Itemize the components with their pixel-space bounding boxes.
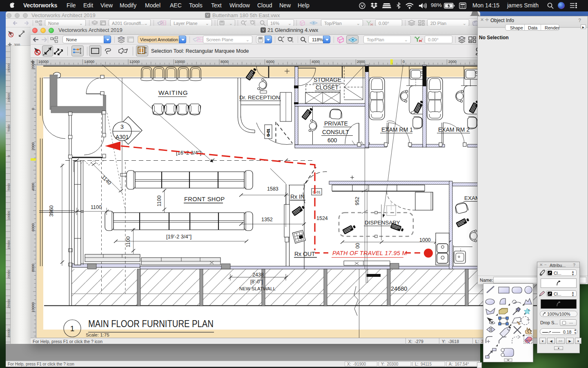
svg-text:12000: 12000: [129, 60, 140, 64]
svg-text:Rx IN: Rx IN: [290, 193, 305, 200]
svg-text:G-01: G-01: [266, 129, 270, 137]
svg-text:10000: 10000: [175, 60, 185, 64]
svg-text:1583: 1583: [267, 186, 278, 192]
svg-text:Rx OUT: Rx OUT: [294, 251, 315, 257]
svg-text:2000: 2000: [31, 142, 35, 150]
svg-text:Scale: 1:75: Scale: 1:75: [86, 332, 109, 337]
svg-text:600: 600: [327, 137, 337, 144]
svg-text:3960: 3960: [49, 205, 54, 217]
svg-text:0: 0: [31, 108, 35, 110]
svg-text:x: x: [422, 38, 423, 40]
svg-text:2438: 2438: [252, 272, 264, 278]
svg-text:4000: 4000: [31, 183, 35, 191]
svg-text:CONSULT: CONSULT: [322, 129, 349, 135]
svg-text:WAITING: WAITING: [158, 89, 188, 96]
svg-text:NEW SLATWALL: NEW SLATWALL: [239, 286, 276, 291]
svg-text:6000: 6000: [266, 60, 274, 64]
svg-text:CLOSET: CLOSET: [316, 84, 339, 91]
svg-text:952: 952: [354, 197, 360, 205]
svg-text:4': 4': [250, 75, 254, 80]
svg-text:1100: 1100: [91, 204, 102, 210]
svg-text:4000: 4000: [312, 60, 320, 64]
svg-text:1100: 1100: [125, 236, 131, 247]
svg-text:STORAGE: STORAGE: [314, 76, 341, 83]
svg-text:16000: 16000: [38, 60, 49, 64]
svg-text:[19'-2 3/4"]: [19'-2 3/4"]: [166, 233, 192, 240]
svg-text:00: 00: [355, 243, 361, 249]
svg-text:8000: 8000: [31, 264, 35, 272]
svg-text:A301: A301: [116, 134, 129, 140]
svg-text:PATH OF TRAVEL 17.95 M: PATH OF TRAVEL 17.95 M: [332, 250, 407, 256]
svg-text:1: 1: [70, 324, 75, 333]
svg-text:24680: 24680: [391, 285, 407, 292]
svg-text:EXAM RM 2: EXAM RM 2: [438, 126, 470, 133]
svg-text:EXAM RM 1: EXAM RM 1: [381, 126, 413, 133]
svg-text:Dr. RECEPTION: Dr. RECEPTION: [239, 94, 280, 101]
svg-text:1352: 1352: [261, 217, 273, 222]
svg-text:G-01: G-01: [313, 190, 321, 194]
svg-text:14000: 14000: [84, 60, 94, 64]
svg-text:8000: 8000: [220, 60, 229, 64]
svg-text:MAIN FLOOR FURNITURE PLAN: MAIN FLOOR FURNITURE PLAN: [88, 319, 214, 329]
svg-text:10000: 10000: [31, 302, 35, 312]
svg-text:2000: 2000: [448, 60, 457, 64]
svg-text:[8'-0"]: [8'-0"]: [250, 279, 263, 285]
svg-text:2000: 2000: [357, 60, 365, 64]
svg-text:3: 3: [120, 123, 124, 130]
svg-text:1524: 1524: [316, 215, 328, 221]
svg-text:0: 0: [403, 60, 405, 64]
svg-text:1100: 1100: [156, 195, 162, 206]
svg-text:FRONT SHOP: FRONT SHOP: [184, 196, 225, 202]
svg-text:PRIVATE: PRIVATE: [324, 120, 348, 127]
svg-text:6000: 6000: [31, 223, 35, 231]
